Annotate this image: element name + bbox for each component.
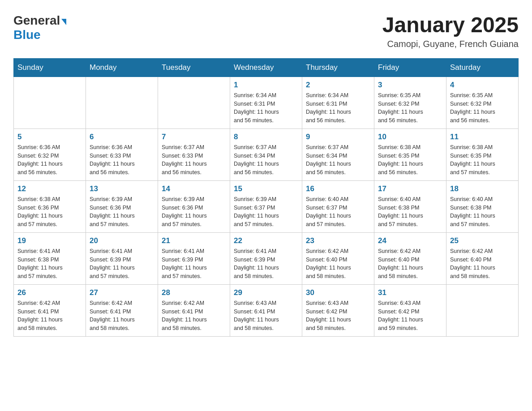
day-info: Sunrise: 6:35 AM Sunset: 6:32 PM Dayligh… — [378, 91, 442, 125]
day-number: 18 — [450, 184, 515, 193]
calendar-cell: 5Sunrise: 6:36 AM Sunset: 6:32 PM Daylig… — [14, 128, 86, 180]
day-info: Sunrise: 6:34 AM Sunset: 6:31 PM Dayligh… — [306, 91, 370, 125]
calendar-cell: 26Sunrise: 6:42 AM Sunset: 6:41 PM Dayli… — [14, 284, 86, 336]
calendar-row: 26Sunrise: 6:42 AM Sunset: 6:41 PM Dayli… — [14, 284, 519, 336]
day-number: 31 — [378, 288, 442, 297]
day-number: 7 — [162, 133, 226, 141]
calendar-cell: 1Sunrise: 6:34 AM Sunset: 6:31 PM Daylig… — [230, 77, 302, 128]
calendar-cell: 10Sunrise: 6:38 AM Sunset: 6:35 PM Dayli… — [374, 128, 446, 180]
day-info: Sunrise: 6:36 AM Sunset: 6:33 PM Dayligh… — [90, 143, 154, 177]
logo-arrow-icon — [61, 19, 66, 25]
calendar-cell: 28Sunrise: 6:42 AM Sunset: 6:41 PM Dayli… — [158, 284, 230, 336]
day-number: 17 — [378, 184, 442, 193]
day-number: 23 — [306, 236, 370, 245]
column-header-tuesday: Tuesday — [158, 58, 230, 77]
day-info: Sunrise: 6:42 AM Sunset: 6:40 PM Dayligh… — [378, 247, 442, 281]
calendar-cell: 24Sunrise: 6:42 AM Sunset: 6:40 PM Dayli… — [374, 232, 446, 284]
calendar-cell: 27Sunrise: 6:42 AM Sunset: 6:41 PM Dayli… — [86, 284, 158, 336]
day-info: Sunrise: 6:38 AM Sunset: 6:36 PM Dayligh… — [17, 195, 82, 229]
day-info: Sunrise: 6:43 AM Sunset: 6:42 PM Dayligh… — [378, 299, 442, 333]
day-info: Sunrise: 6:36 AM Sunset: 6:32 PM Dayligh… — [17, 143, 82, 177]
calendar-row: 1Sunrise: 6:34 AM Sunset: 6:31 PM Daylig… — [14, 77, 519, 128]
calendar-cell: 8Sunrise: 6:37 AM Sunset: 6:34 PM Daylig… — [230, 128, 302, 180]
day-info: Sunrise: 6:41 AM Sunset: 6:38 PM Dayligh… — [17, 247, 82, 281]
day-number: 5 — [17, 133, 82, 141]
day-info: Sunrise: 6:40 AM Sunset: 6:37 PM Dayligh… — [306, 195, 370, 229]
calendar-cell: 25Sunrise: 6:42 AM Sunset: 6:40 PM Dayli… — [446, 232, 519, 284]
column-header-thursday: Thursday — [302, 58, 374, 77]
day-info: Sunrise: 6:35 AM Sunset: 6:32 PM Dayligh… — [450, 91, 515, 125]
day-number: 20 — [90, 236, 154, 245]
day-info: Sunrise: 6:41 AM Sunset: 6:39 PM Dayligh… — [162, 247, 226, 281]
calendar-cell: 9Sunrise: 6:37 AM Sunset: 6:34 PM Daylig… — [302, 128, 374, 180]
day-number: 26 — [17, 288, 82, 297]
day-number: 3 — [378, 81, 442, 90]
calendar-cell: 23Sunrise: 6:42 AM Sunset: 6:40 PM Dayli… — [302, 232, 374, 284]
day-number: 2 — [306, 81, 370, 90]
day-number: 13 — [90, 184, 154, 193]
day-info: Sunrise: 6:43 AM Sunset: 6:41 PM Dayligh… — [234, 299, 298, 333]
day-number: 12 — [17, 184, 82, 193]
day-number: 16 — [306, 184, 370, 193]
calendar-row: 5Sunrise: 6:36 AM Sunset: 6:32 PM Daylig… — [14, 128, 519, 180]
calendar-cell — [158, 77, 230, 128]
calendar-cell: 31Sunrise: 6:43 AM Sunset: 6:42 PM Dayli… — [374, 284, 446, 336]
calendar-cell: 11Sunrise: 6:38 AM Sunset: 6:35 PM Dayli… — [446, 128, 519, 180]
column-header-wednesday: Wednesday — [230, 58, 302, 77]
day-number: 29 — [234, 288, 298, 297]
day-number: 27 — [90, 288, 154, 297]
day-number: 1 — [234, 81, 298, 90]
calendar-header-row: SundayMondayTuesdayWednesdayThursdayFrid… — [14, 58, 519, 77]
page-header: General Blue January 2025 Camopi, Guyane… — [13, 13, 519, 49]
calendar-cell: 2Sunrise: 6:34 AM Sunset: 6:31 PM Daylig… — [302, 77, 374, 128]
day-info: Sunrise: 6:37 AM Sunset: 6:34 PM Dayligh… — [306, 143, 370, 177]
calendar-cell: 20Sunrise: 6:41 AM Sunset: 6:39 PM Dayli… — [86, 232, 158, 284]
calendar-cell — [86, 77, 158, 128]
calendar-cell: 22Sunrise: 6:41 AM Sunset: 6:39 PM Dayli… — [230, 232, 302, 284]
calendar-table: SundayMondayTuesdayWednesdayThursdayFrid… — [13, 58, 519, 337]
day-info: Sunrise: 6:39 AM Sunset: 6:36 PM Dayligh… — [162, 195, 226, 229]
calendar-cell: 3Sunrise: 6:35 AM Sunset: 6:32 PM Daylig… — [374, 77, 446, 128]
day-info: Sunrise: 6:42 AM Sunset: 6:40 PM Dayligh… — [306, 247, 370, 281]
calendar-cell: 7Sunrise: 6:37 AM Sunset: 6:33 PM Daylig… — [158, 128, 230, 180]
day-info: Sunrise: 6:42 AM Sunset: 6:40 PM Dayligh… — [450, 247, 515, 281]
calendar-cell — [14, 77, 86, 128]
day-info: Sunrise: 6:37 AM Sunset: 6:33 PM Dayligh… — [162, 143, 226, 177]
column-header-monday: Monday — [86, 58, 158, 77]
calendar-cell — [446, 284, 519, 336]
calendar-cell: 12Sunrise: 6:38 AM Sunset: 6:36 PM Dayli… — [14, 180, 86, 232]
day-info: Sunrise: 6:34 AM Sunset: 6:31 PM Dayligh… — [234, 91, 298, 125]
column-header-friday: Friday — [374, 58, 446, 77]
column-header-sunday: Sunday — [14, 58, 86, 77]
calendar-cell: 17Sunrise: 6:40 AM Sunset: 6:38 PM Dayli… — [374, 180, 446, 232]
day-info: Sunrise: 6:37 AM Sunset: 6:34 PM Dayligh… — [234, 143, 298, 177]
calendar-cell: 4Sunrise: 6:35 AM Sunset: 6:32 PM Daylig… — [446, 77, 519, 128]
calendar-title: January 2025 — [382, 13, 519, 37]
day-info: Sunrise: 6:42 AM Sunset: 6:41 PM Dayligh… — [162, 299, 226, 333]
day-number: 22 — [234, 236, 298, 245]
logo-blue: Blue — [13, 28, 41, 42]
day-info: Sunrise: 6:42 AM Sunset: 6:41 PM Dayligh… — [90, 299, 154, 333]
calendar-cell: 6Sunrise: 6:36 AM Sunset: 6:33 PM Daylig… — [86, 128, 158, 180]
calendar-cell: 13Sunrise: 6:39 AM Sunset: 6:36 PM Dayli… — [86, 180, 158, 232]
day-info: Sunrise: 6:41 AM Sunset: 6:39 PM Dayligh… — [234, 247, 298, 281]
day-number: 11 — [450, 133, 515, 141]
logo: General Blue — [13, 13, 66, 42]
calendar-cell: 30Sunrise: 6:43 AM Sunset: 6:42 PM Dayli… — [302, 284, 374, 336]
day-number: 25 — [450, 236, 515, 245]
day-number: 19 — [17, 236, 82, 245]
calendar-cell: 14Sunrise: 6:39 AM Sunset: 6:36 PM Dayli… — [158, 180, 230, 232]
title-section: January 2025 Camopi, Guyane, French Guia… — [382, 13, 519, 49]
calendar-row: 19Sunrise: 6:41 AM Sunset: 6:38 PM Dayli… — [14, 232, 519, 284]
calendar-cell: 29Sunrise: 6:43 AM Sunset: 6:41 PM Dayli… — [230, 284, 302, 336]
column-header-saturday: Saturday — [446, 58, 519, 77]
day-number: 9 — [306, 133, 370, 141]
calendar-subtitle: Camopi, Guyane, French Guiana — [382, 39, 519, 49]
day-info: Sunrise: 6:40 AM Sunset: 6:38 PM Dayligh… — [378, 195, 442, 229]
calendar-row: 12Sunrise: 6:38 AM Sunset: 6:36 PM Dayli… — [14, 180, 519, 232]
logo-general: General — [13, 13, 60, 28]
day-number: 8 — [234, 133, 298, 141]
calendar-cell: 15Sunrise: 6:39 AM Sunset: 6:37 PM Dayli… — [230, 180, 302, 232]
day-number: 28 — [162, 288, 226, 297]
day-info: Sunrise: 6:39 AM Sunset: 6:37 PM Dayligh… — [234, 195, 298, 229]
